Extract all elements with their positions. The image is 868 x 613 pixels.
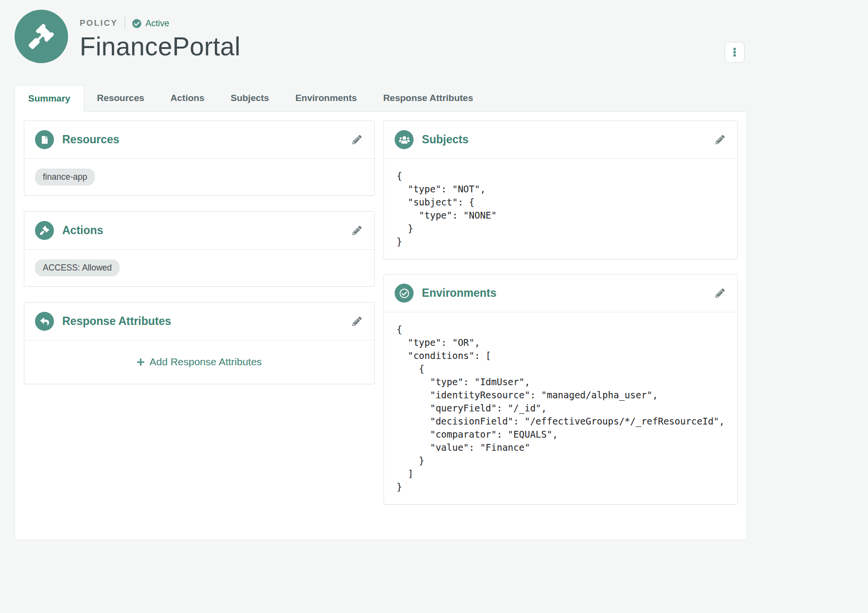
- response-attributes-card-header: Response Attributes: [24, 303, 374, 341]
- plus-icon: [137, 358, 145, 366]
- gavel-icon: [29, 24, 54, 49]
- right-column: Subjects { "type": "NOT", "subject": { "…: [383, 120, 738, 505]
- more-options-button[interactable]: [725, 42, 745, 63]
- status-badge: Active: [132, 18, 169, 29]
- actions-card-body: ACCESS: Allowed: [24, 250, 374, 286]
- ellipsis-vertical-icon: [733, 48, 736, 57]
- resources-card-title: Resources: [62, 133, 120, 146]
- response-attributes-card-title: Response Attributes: [62, 315, 171, 328]
- action-tag: ACCESS: Allowed: [35, 259, 120, 276]
- left-column: Resources finance-app: [24, 120, 375, 505]
- pencil-icon: [715, 135, 725, 144]
- check-circle-icon: [132, 19, 141, 28]
- subjects-card: Subjects { "type": "NOT", "subject": { "…: [383, 120, 738, 259]
- resources-card-header: Resources: [24, 121, 374, 159]
- response-attributes-card-body: Add Response Attributes: [24, 341, 374, 384]
- edit-resources-button[interactable]: [350, 133, 364, 146]
- file-icon-glyph: [41, 136, 49, 144]
- header-text: POLICY Active FinancePortal: [80, 10, 241, 63]
- pencil-icon: [352, 226, 362, 235]
- response-attributes-card: Response Attributes Add Response Attribu…: [24, 302, 375, 384]
- pencil-icon: [715, 289, 725, 298]
- add-response-attributes-button[interactable]: Add Response Attributes: [137, 356, 261, 368]
- page-header: POLICY Active FinancePortal: [15, 10, 747, 63]
- status-label: Active: [145, 18, 169, 29]
- reply-icon-glyph: [40, 317, 49, 326]
- add-response-attributes-label: Add Response Attributes: [149, 356, 261, 368]
- edit-subjects-button[interactable]: [713, 133, 727, 146]
- check-circle-outline-glyph: [399, 289, 409, 298]
- tab-subjects[interactable]: Subjects: [217, 85, 282, 111]
- content-container: POLICY Active FinancePortal Summary Reso…: [15, 10, 747, 540]
- tab-environments[interactable]: Environments: [282, 85, 370, 111]
- pencil-icon: [352, 317, 362, 326]
- gavel-icon-glyph: [40, 226, 49, 235]
- environments-card-header: Environments: [384, 274, 737, 312]
- resource-tag: finance-app: [35, 169, 95, 186]
- users-icon-glyph: [399, 135, 410, 145]
- tab-response-attributes[interactable]: Response Attributes: [370, 85, 486, 111]
- policy-type-label: POLICY: [80, 18, 118, 28]
- gavel-icon-small: [35, 221, 54, 240]
- tab-resources[interactable]: Resources: [84, 85, 157, 111]
- page-title: FinancePortal: [80, 33, 241, 61]
- subjects-json-code: { "type": "NOT", "subject": { "type": "N…: [384, 159, 737, 259]
- actions-card-header: Actions: [24, 212, 374, 250]
- environments-json-code: { "type": "OR", "conditions": [ { "type"…: [384, 312, 737, 504]
- edit-response-attributes-button[interactable]: [350, 315, 364, 328]
- edit-actions-button[interactable]: [350, 224, 364, 237]
- summary-panel: Resources finance-app: [15, 111, 747, 540]
- resources-card-body: finance-app: [24, 159, 374, 195]
- meta-divider: [124, 17, 125, 30]
- environments-card-title: Environments: [422, 287, 496, 300]
- reply-icon: [35, 312, 54, 331]
- policy-avatar: [15, 10, 68, 63]
- resources-card: Resources finance-app: [24, 120, 375, 196]
- tab-actions[interactable]: Actions: [157, 85, 218, 111]
- tab-summary[interactable]: Summary: [15, 85, 84, 112]
- actions-card-title: Actions: [62, 224, 103, 237]
- environments-card: Environments { "type": "OR", "conditions…: [383, 274, 738, 505]
- pencil-icon: [352, 135, 362, 144]
- actions-card: Actions ACCESS: Allowed: [24, 211, 375, 287]
- file-icon: [35, 130, 54, 149]
- check-circle-outline-icon: [395, 284, 414, 303]
- subjects-card-header: Subjects: [384, 121, 737, 159]
- header-meta-row: POLICY Active: [80, 16, 241, 31]
- users-icon: [395, 130, 414, 149]
- edit-environments-button[interactable]: [713, 287, 727, 300]
- policy-page: POLICY Active FinancePortal Summary Reso…: [0, 0, 868, 550]
- subjects-card-title: Subjects: [422, 133, 469, 146]
- tab-bar: Summary Resources Actions Subjects Envir…: [15, 85, 747, 111]
